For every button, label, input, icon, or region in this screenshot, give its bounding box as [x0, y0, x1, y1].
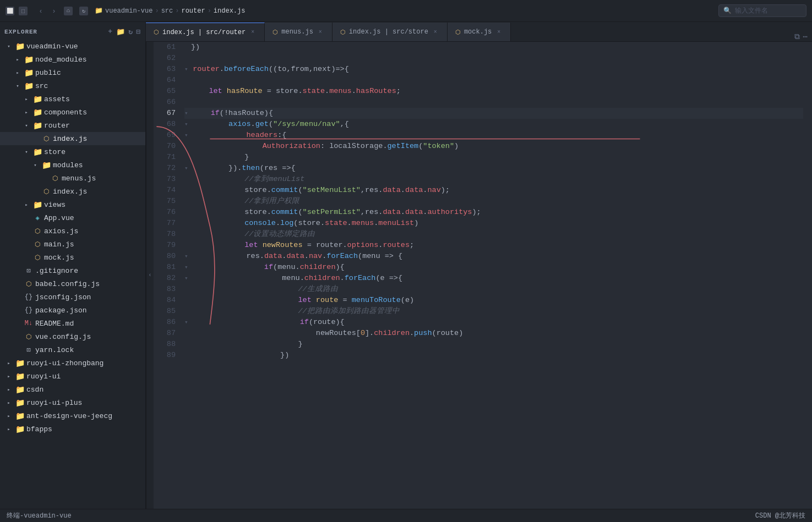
fold-indicator[interactable]: ▾	[184, 108, 192, 119]
collapse-all-icon[interactable]: ⊟	[137, 28, 141, 36]
fold-indicator[interactable]: ▾	[184, 262, 192, 273]
tab-close-button[interactable]: ×	[249, 29, 257, 36]
sidebar-item-vue-config[interactable]: ⬡vue.config.js	[0, 330, 145, 343]
folder-icon: 📁	[15, 411, 24, 420]
line-number: 61	[158, 42, 176, 53]
home-icon[interactable]: ⌂	[64, 7, 73, 15]
new-file-icon[interactable]: +	[108, 28, 112, 36]
fold-indicator[interactable]: ▾	[184, 130, 192, 141]
fold-indicator[interactable]: ▾	[184, 251, 192, 262]
search-icon: 🔍	[723, 7, 732, 15]
tree-item-label: main.js	[44, 240, 74, 249]
sidebar-item-babel-config[interactable]: ⬡babel.config.js	[0, 277, 145, 290]
line-number: 63	[158, 64, 176, 75]
sidebar-item-assets[interactable]: ▸📁assets	[0, 92, 145, 106]
sidebar-item-main-js[interactable]: ⬡main.js	[0, 238, 145, 251]
line-number: 83	[158, 284, 176, 295]
code-text: let newRoutes = router.options.routes;	[191, 240, 414, 251]
fold-indicator[interactable]: ▾	[184, 64, 192, 75]
sidebar-item-store[interactable]: ▾📁store	[0, 145, 145, 158]
refresh-icon[interactable]: ↻	[128, 28, 133, 36]
tree-item-label: babel.config.js	[35, 280, 100, 288]
line-number: 67	[158, 108, 176, 119]
sidebar-item-router[interactable]: ▾📁router	[0, 119, 145, 132]
sidebar-item-bfapps[interactable]: ▸📁bfapps	[0, 422, 145, 436]
tab-tab-store-index[interactable]: ⬡index.js | src/store×	[333, 23, 448, 41]
folder-icon: 📁	[42, 161, 51, 169]
tree-arrow-icon: ▸	[22, 95, 31, 103]
sidebar-item-node_modules[interactable]: ▸📁node_modules	[0, 53, 145, 66]
more-actions-icon[interactable]: ⋯	[803, 32, 808, 41]
fold-indicator[interactable]: ▾	[184, 317, 192, 328]
sidebar-item-menus-js[interactable]: ⬡menus.js	[0, 172, 145, 185]
sidebar-item-ruoyi-ui-plus[interactable]: ▸📁ruoyi-ui-plus	[0, 396, 145, 409]
sidebar-item-jsconfig-json[interactable]: {}jsconfig.json	[0, 290, 145, 304]
sidebar-item-axios-js[interactable]: ⬡axios.js	[0, 224, 145, 238]
file-js-icon: ⬡	[42, 187, 51, 196]
fold-spacer	[184, 240, 191, 251]
editor-area: ‹ 61626364656667686970717273747576777879…	[146, 42, 812, 509]
code-line: }	[184, 339, 803, 350]
new-file-icon[interactable]: ⬜	[6, 7, 14, 15]
split-icon[interactable]: ⬚	[19, 7, 28, 15]
forward-button[interactable]: ›	[48, 6, 59, 17]
root-folder-icon: 📁	[15, 42, 24, 51]
fold-spacer	[184, 339, 191, 350]
tree-arrow-icon	[22, 240, 31, 249]
sidebar-item-store-index[interactable]: ⬡index.js	[0, 185, 145, 198]
tree-item-label: views	[44, 201, 66, 209]
sidebar-item-gitignore[interactable]: ⊡.gitignore	[0, 264, 145, 277]
folder-icon: 📁	[24, 68, 33, 77]
sidebar-item-mock-js[interactable]: ⬡mock.js	[0, 251, 145, 264]
fold-indicator[interactable]: ▾	[184, 119, 192, 130]
file-search-box[interactable]: 🔍 输入文件名	[718, 4, 806, 17]
sidebar-item-package-json[interactable]: {}package.json	[0, 304, 145, 317]
tab-label: index.js | src/router	[162, 29, 246, 36]
sidebar-item-public[interactable]: ▸📁public	[0, 66, 145, 79]
tab-file-icon: ⬡	[455, 29, 461, 36]
tree-arrow-icon: ▸	[22, 200, 31, 209]
sidebar-item-router-index[interactable]: ⬡index.js	[0, 132, 145, 145]
sidebar-item-yarn-lock[interactable]: ⊡yarn.lock	[0, 343, 145, 356]
code-editor[interactable]: 6162636465666768697071727374757677787980…	[154, 42, 812, 509]
tab-close-button[interactable]: ×	[432, 28, 439, 36]
sidebar-item-README-md[interactable]: M↓README.md	[0, 317, 145, 330]
sidebar-item-ant-design-vue-jeecg[interactable]: ▸📁ant-design-vue-jeecg	[0, 409, 145, 422]
code-content: 6162636465666768697071727374757677787980…	[154, 42, 812, 509]
sidebar-item-ruoyi-ui-zhongbang[interactable]: ▸📁ruoyi-ui-zhongbang	[0, 356, 145, 370]
code-line: let hasRoute = store.state.menus.hasRout…	[184, 86, 803, 97]
tree-item-label: ruoyi-ui-zhongbang	[26, 359, 103, 367]
sidebar-item-components[interactable]: ▸📁components	[0, 106, 145, 119]
titlebar: ⬜ ⬚ ‹ › ⌂ ↻ 📁 vueadmin-vue › src › route…	[0, 0, 812, 22]
sync-icon[interactable]: ↻	[79, 7, 88, 15]
sidebar-item-App-vue[interactable]: ◈App.vue	[0, 211, 145, 224]
file-js-icon: ⬡	[42, 134, 51, 143]
tree-arrow-icon: ▾	[31, 161, 40, 169]
tab-close-button[interactable]: ×	[317, 28, 324, 36]
sidebar-item-vueadmin-vue[interactable]: ▾📁vueadmin-vue	[0, 40, 145, 53]
tab-tab-mock[interactable]: ⬡mock.js×	[448, 23, 511, 41]
code-text: store.commit("setPermList",res.data.data…	[191, 207, 481, 218]
tab-tab-router-index[interactable]: ⬡index.js | src/router×	[146, 23, 265, 41]
sidebar-item-csdn[interactable]: ▸📁csdn	[0, 383, 145, 396]
code-text: router.beforeEach((to,from,next)=>{	[193, 64, 349, 75]
file-js-icon: ⬡	[51, 174, 59, 183]
tab-tab-menus[interactable]: ⬡menus.js×	[265, 23, 333, 41]
sidebar-item-modules[interactable]: ▾📁modules	[0, 158, 145, 172]
folder-icon: 📁	[33, 108, 42, 117]
back-button[interactable]: ‹	[35, 6, 46, 17]
sidebar-item-views[interactable]: ▸📁views	[0, 198, 145, 211]
collapse-sidebar-button[interactable]: ‹	[146, 42, 154, 509]
split-editor-icon[interactable]: ⧉	[794, 32, 800, 41]
code-text: store.commit("setMenuList",res.data.data…	[191, 185, 450, 196]
line-number: 70	[158, 141, 176, 152]
fold-indicator[interactable]: ▾	[184, 273, 192, 284]
new-folder-icon[interactable]: 📁	[116, 28, 126, 36]
tab-close-button[interactable]: ×	[495, 28, 503, 36]
tree-item-label: ruoyi-ui	[26, 372, 61, 381]
sidebar-item-ruoyi-ui[interactable]: ▸📁ruoyi-ui	[0, 370, 145, 383]
sidebar-item-src[interactable]: ▾📁src	[0, 79, 145, 92]
fold-spacer	[184, 75, 191, 86]
tree-arrow-icon	[13, 266, 22, 275]
fold-indicator[interactable]: ▾	[184, 163, 192, 174]
